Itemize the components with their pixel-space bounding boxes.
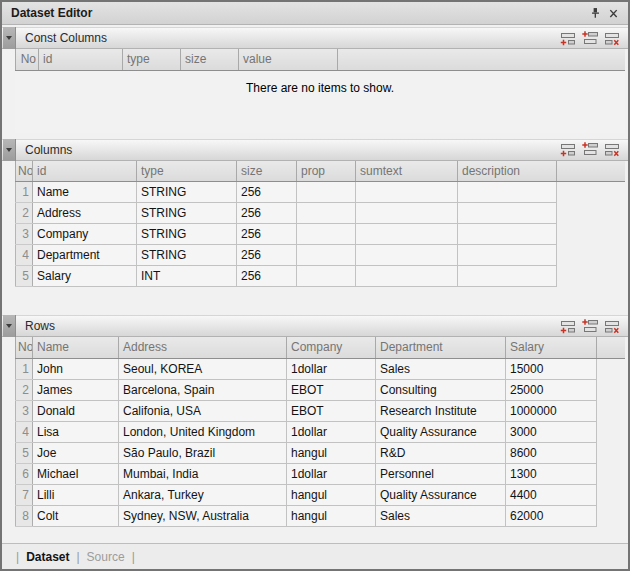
cell[interactable]: São Paulo, Brazil [119, 442, 287, 463]
cell[interactable]: John [33, 358, 119, 379]
cell[interactable] [297, 266, 356, 287]
table-row[interactable]: 4LisaLondon, United Kingdom1dollarQualit… [16, 421, 626, 442]
add-row-button[interactable] [560, 142, 577, 157]
cell[interactable]: Sydney, NSW, Australia [119, 505, 287, 526]
cell[interactable]: STRING [137, 182, 237, 203]
row-number-cell[interactable]: 8 [16, 505, 33, 526]
insert-row-button[interactable] [582, 319, 599, 334]
table-row[interactable]: 1JohnSeoul, KOREA1dollarSales15000 [16, 358, 626, 379]
add-row-button[interactable] [560, 31, 577, 46]
cell[interactable] [356, 203, 458, 224]
table-row[interactable]: 5JoeSão Paulo, BrazilhangulR&D8600 [16, 442, 626, 463]
column-header[interactable]: size [181, 49, 239, 70]
cell[interactable]: Company [33, 224, 137, 245]
close-button[interactable] [604, 4, 622, 22]
cell[interactable]: Donald [33, 400, 119, 421]
cell[interactable] [356, 245, 458, 266]
cell[interactable]: 15000 [506, 358, 597, 379]
insert-row-button[interactable] [582, 142, 599, 157]
row-number-cell[interactable]: 1 [16, 358, 33, 379]
row-number-cell[interactable]: 1 [16, 182, 33, 203]
delete-row-button[interactable] [604, 142, 621, 157]
cell[interactable]: James [33, 379, 119, 400]
column-header[interactable]: No [16, 49, 39, 70]
tab-source[interactable]: Source [87, 550, 125, 564]
insert-row-button[interactable] [582, 31, 599, 46]
row-number-cell[interactable]: 2 [16, 379, 33, 400]
column-header[interactable]: Name [33, 337, 119, 358]
column-header[interactable]: sumtext [356, 161, 458, 182]
collapse-button[interactable] [3, 139, 16, 161]
column-header[interactable]: No [16, 337, 33, 358]
row-number-cell[interactable]: 3 [16, 400, 33, 421]
table-row[interactable]: 8ColtSydney, NSW, AustraliahangulSales62… [16, 505, 626, 526]
cell[interactable]: Sales [376, 358, 506, 379]
cell[interactable] [458, 203, 557, 224]
cell[interactable] [458, 245, 557, 266]
row-number-cell[interactable]: 3 [16, 224, 33, 245]
cell[interactable]: hangul [287, 484, 376, 505]
cell[interactable]: Consulting [376, 379, 506, 400]
table-row[interactable]: 4DepartmentSTRING256 [16, 245, 626, 266]
cell[interactable] [297, 203, 356, 224]
cell[interactable]: Lisa [33, 421, 119, 442]
delete-row-button[interactable] [604, 31, 621, 46]
cell[interactable]: Address [33, 203, 137, 224]
cell[interactable] [356, 182, 458, 203]
cell[interactable]: 25000 [506, 379, 597, 400]
cell[interactable]: 1dollar [287, 358, 376, 379]
cell[interactable]: 8600 [506, 442, 597, 463]
column-header[interactable]: value [239, 49, 338, 70]
cell[interactable] [297, 182, 356, 203]
column-header[interactable]: prop [297, 161, 356, 182]
cell[interactable]: London, United Kingdom [119, 421, 287, 442]
column-header[interactable]: No [16, 161, 33, 182]
column-header[interactable]: id [33, 161, 137, 182]
cell[interactable] [356, 224, 458, 245]
cell[interactable]: 256 [237, 266, 297, 287]
collapse-button[interactable] [3, 27, 16, 49]
cell[interactable]: hangul [287, 505, 376, 526]
row-number-cell[interactable]: 5 [16, 442, 33, 463]
cell[interactable]: hangul [287, 442, 376, 463]
cell[interactable]: Califonia, USA [119, 400, 287, 421]
cell[interactable]: Personnel [376, 463, 506, 484]
cell[interactable]: 1000000 [506, 400, 597, 421]
column-header[interactable]: type [123, 49, 181, 70]
cell[interactable]: 1dollar [287, 421, 376, 442]
column-header[interactable]: Department [376, 337, 506, 358]
cell[interactable]: Research Institute [376, 400, 506, 421]
cell[interactable]: Salary [33, 266, 137, 287]
cell[interactable]: Mumbai, India [119, 463, 287, 484]
cell[interactable]: Seoul, KOREA [119, 358, 287, 379]
cell[interactable]: 256 [237, 203, 297, 224]
cell[interactable] [458, 266, 557, 287]
add-row-button[interactable] [560, 319, 577, 334]
cell[interactable]: 256 [237, 245, 297, 266]
table-row[interactable]: 2JamesBarcelona, SpainEBOTConsulting2500… [16, 379, 626, 400]
cell[interactable]: Quality Assurance [376, 421, 506, 442]
column-header[interactable]: size [237, 161, 297, 182]
cell[interactable]: Sales [376, 505, 506, 526]
cell[interactable]: Department [33, 245, 137, 266]
row-number-cell[interactable]: 6 [16, 463, 33, 484]
cell[interactable]: R&D [376, 442, 506, 463]
column-header[interactable]: Salary [506, 337, 597, 358]
tab-dataset[interactable]: Dataset [26, 550, 69, 564]
table-row[interactable]: 5SalaryINT256 [16, 266, 626, 287]
cell[interactable] [356, 266, 458, 287]
cell[interactable]: STRING [137, 203, 237, 224]
cell[interactable] [297, 245, 356, 266]
cell[interactable]: 256 [237, 182, 297, 203]
cell[interactable]: Barcelona, Spain [119, 379, 287, 400]
cell[interactable]: 62000 [506, 505, 597, 526]
column-header[interactable]: id [39, 49, 123, 70]
cell[interactable]: Lilli [33, 484, 119, 505]
delete-row-button[interactable] [604, 319, 621, 334]
table-row[interactable]: 6MichaelMumbai, India1dollarPersonnel130… [16, 463, 626, 484]
collapse-button[interactable] [3, 315, 16, 337]
column-header[interactable]: description [458, 161, 557, 182]
cell[interactable]: 4400 [506, 484, 597, 505]
cell[interactable]: 256 [237, 224, 297, 245]
cell[interactable]: Name [33, 182, 137, 203]
